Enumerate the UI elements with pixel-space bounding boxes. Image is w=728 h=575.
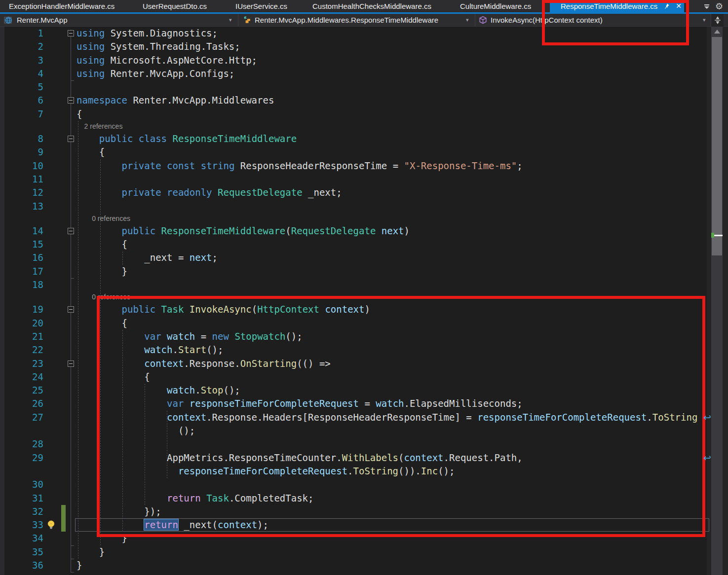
code-line[interactable]: 11 [0,173,728,186]
line-number[interactable]: 21 [0,330,43,343]
line-number[interactable]: 24 [0,370,43,384]
line-number[interactable]: 26 [0,397,43,410]
nav-separator [475,14,475,26]
line-number[interactable]: 6 [0,94,43,107]
scrollbar-change-marker [711,233,714,238]
code-line[interactable]: 7{ [0,108,728,121]
tab-customhealthchecksmiddleware-cs[interactable]: CustomHealthChecksMiddleware.cs [312,0,431,12]
codelens-row[interactable]: 2 references [0,121,728,132]
scrollbar-thumb[interactable] [712,37,722,255]
fold-toggle-icon[interactable] [68,306,74,313]
codelens-text[interactable]: 0 references [77,213,130,224]
code-line[interactable]: 16 _next = next; [0,251,728,264]
line-number[interactable]: 32 [0,505,43,518]
code-line[interactable]: 9 { [0,145,728,159]
type-dropdown[interactable]: Renter.MvcApp.Middlewares.ResponseTimeMi… [255,14,438,27]
code-text: private const string ResponseHeaderRespo… [77,159,523,173]
fold-toggle-icon[interactable] [68,136,74,142]
line-number[interactable]: 29 [0,451,43,465]
line-number[interactable]: 14 [0,224,43,238]
dropdown-caret-icon[interactable]: ▾ [466,14,469,27]
line-number[interactable]: 9 [0,145,43,159]
line-number[interactable]: 10 [0,159,43,173]
code-line[interactable]: 13 [0,200,728,213]
line-number[interactable]: 35 [0,545,43,559]
tab-userrequestdto-cs[interactable]: UserRequestDto.cs [143,0,207,12]
nav-separator [238,14,238,26]
line-number[interactable]: 28 [0,437,43,451]
tab-label: CultureMiddleware.cs [460,2,531,10]
line-number[interactable]: 23 [0,357,43,370]
codelens-text[interactable]: 2 references [77,121,122,132]
code-line[interactable]: 17 } [0,265,728,278]
line-number[interactable]: 2 [0,40,43,53]
tab-iuserservice-cs[interactable]: IUserService.cs [235,0,287,12]
line-number[interactable]: 20 [0,317,43,330]
split-editor-icon[interactable] [711,14,724,27]
code-line[interactable]: 36} [0,559,728,572]
code-line[interactable]: 15 { [0,238,728,251]
tab-exceptionhandlermiddleware-cs[interactable]: ExceptionHandlerMiddleware.cs [9,0,115,12]
outlining-scope-end [71,572,74,573]
annotation-box-invokeasync [97,296,705,537]
line-number[interactable]: 33 [0,518,43,532]
tab-label: IUserService.cs [235,2,287,10]
scrollbar-up-arrow-icon[interactable] [714,30,720,34]
code-line[interactable]: 3using Microsoft.AspNetCore.Http; [0,54,728,67]
visual-studio-window: ExceptionHandlerMiddleware.csUserRequest… [0,0,728,575]
code-line[interactable]: 14 public ResponseTimeMiddleware(Request… [0,224,728,238]
line-number[interactable]: 3 [0,54,43,67]
code-text: public ResponseTimeMiddleware(RequestDel… [77,224,410,238]
tab-label: UserRequestDto.cs [143,2,207,10]
code-line[interactable]: 5 [0,80,728,94]
fold-toggle-icon[interactable] [68,30,74,36]
code-line[interactable]: 6namespace Renter.MvcApp.Middlewares [0,94,728,107]
line-number[interactable]: 17 [0,265,43,278]
outlining-scope-end [71,559,74,559]
line-number[interactable]: 31 [0,492,43,505]
line-number[interactable]: 15 [0,238,43,251]
dropdown-caret-icon[interactable]: ▾ [703,14,706,27]
line-number[interactable]: 18 [0,278,43,291]
line-number[interactable]: 8 [0,132,43,145]
window-list-icon[interactable] [703,3,711,11]
line-number[interactable]: 4 [0,67,43,80]
code-line[interactable]: 12 private readonly RequestDelegate _nex… [0,186,728,199]
tab-label: CustomHealthChecksMiddleware.cs [312,2,431,10]
line-number[interactable]: 30 [0,478,43,491]
line-number[interactable]: 25 [0,384,43,397]
code-text: } [77,265,127,278]
gear-icon[interactable]: ⚙ [715,1,723,11]
dropdown-caret-icon[interactable]: ▾ [229,14,232,27]
code-line[interactable]: 18 [0,278,728,291]
project-dropdown[interactable]: Renter.MvcApp [17,14,68,27]
line-number[interactable]: 22 [0,343,43,357]
line-number[interactable]: 1 [0,27,43,40]
fold-toggle-icon[interactable] [68,360,74,367]
code-line[interactable]: 10 private const string ResponseHeaderRe… [0,159,728,173]
code-line[interactable]: 4using Renter.MvcApp.Configs; [0,67,728,80]
line-number[interactable]: 12 [0,186,43,199]
fold-toggle-icon[interactable] [68,97,74,104]
code-line[interactable]: 8 public class ResponseTimeMiddleware [0,132,728,145]
outlining-scope-end [71,545,74,546]
code-text: _next = next; [77,251,218,264]
outlining-margin-line [71,30,71,572]
line-number[interactable]: 11 [0,173,43,186]
lightbulb-icon[interactable] [45,519,57,531]
line-number[interactable]: 5 [0,80,43,94]
line-number[interactable]: 34 [0,532,43,545]
code-text: using Microsoft.AspNetCore.Http; [77,54,257,67]
code-text: using Renter.MvcApp.Configs; [77,67,234,80]
tab-culturemiddleware-cs[interactable]: CultureMiddleware.cs [460,0,531,12]
line-number[interactable]: 19 [0,303,43,316]
code-line[interactable]: 35 } [0,545,728,559]
fold-toggle-icon[interactable] [68,228,74,234]
line-number[interactable]: 13 [0,200,43,213]
line-number[interactable]: 27 [0,411,43,424]
line-number[interactable]: 36 [0,559,43,572]
code-text: public class ResponseTimeMiddleware [77,132,297,145]
line-number[interactable]: 16 [0,251,43,264]
codelens-row[interactable]: 0 references [0,213,728,224]
line-number[interactable]: 7 [0,108,43,121]
